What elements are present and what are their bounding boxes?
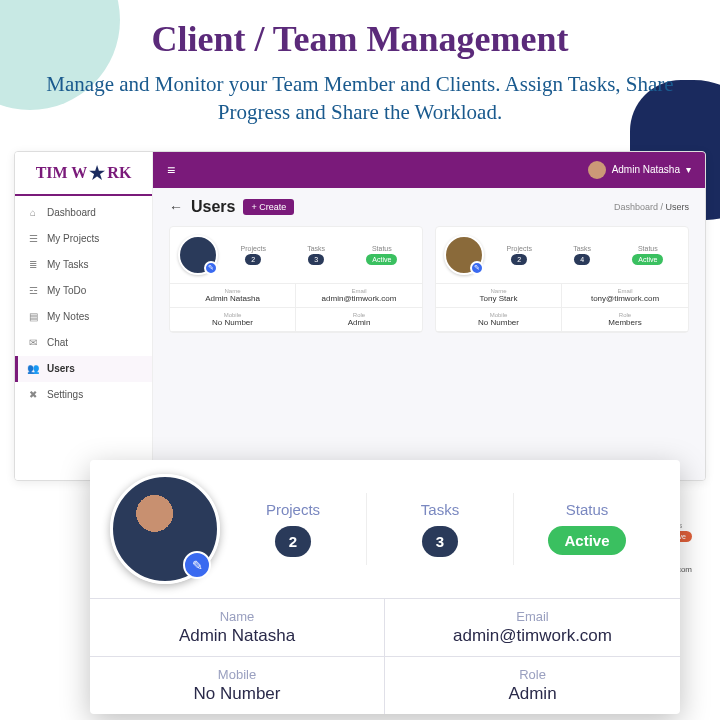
- user-detail-card: ✎ Projects2 Tasks3 StatusActive NameAdmi…: [90, 460, 680, 714]
- edit-icon[interactable]: ✎: [183, 551, 211, 579]
- briefcase-icon: ☰: [27, 233, 39, 245]
- sidebar-item-tasks[interactable]: ≣My Tasks: [15, 252, 152, 278]
- sidebar: TIM W★RK ⌂Dashboard ☰My Projects ≣My Tas…: [15, 152, 153, 480]
- avatar: ✎: [178, 235, 218, 275]
- user-card[interactable]: ✎ Projects2 Tasks3 StatusActive NameAdmi…: [169, 226, 423, 333]
- create-button[interactable]: + Create: [243, 199, 294, 215]
- detail-email: admin@timwork.com: [403, 626, 662, 646]
- page-title: Users: [191, 198, 235, 216]
- settings-icon: ✖: [27, 389, 39, 401]
- status-badge: Active: [366, 254, 397, 265]
- status-badge: Active: [632, 254, 663, 265]
- projects-count: 2: [275, 526, 311, 557]
- sidebar-item-users[interactable]: 👥Users: [15, 356, 152, 382]
- sidebar-item-projects[interactable]: ☰My Projects: [15, 226, 152, 252]
- main-panel: ≡ Admin Natasha ▾ ← Users + Create Dashb…: [153, 152, 705, 480]
- avatar: ✎: [110, 474, 220, 584]
- avatar: ✎: [444, 235, 484, 275]
- hero-subtitle: Manage and Monitor your Team Member and …: [40, 70, 680, 127]
- detail-mobile: No Number: [108, 684, 366, 704]
- edit-icon[interactable]: ✎: [204, 261, 218, 275]
- home-icon: ⌂: [27, 207, 39, 219]
- tasks-count: 3: [422, 526, 458, 557]
- avatar: [588, 161, 606, 179]
- sidebar-item-chat[interactable]: ✉Chat: [15, 330, 152, 356]
- back-icon[interactable]: ←: [169, 199, 183, 215]
- sidebar-item-notes[interactable]: ▤My Notes: [15, 304, 152, 330]
- app-window: TIM W★RK ⌂Dashboard ☰My Projects ≣My Tas…: [14, 151, 706, 481]
- users-icon: 👥: [27, 363, 39, 375]
- detail-role: Admin: [403, 684, 662, 704]
- brand-logo: TIM W★RK: [15, 152, 152, 196]
- tasks-icon: ≣: [27, 259, 39, 271]
- breadcrumb-dashboard[interactable]: Dashboard: [614, 202, 658, 212]
- hero-title: Client / Team Management: [40, 18, 680, 60]
- sidebar-item-todo[interactable]: ☲My ToDo: [15, 278, 152, 304]
- page-header: ← Users + Create Dashboard / Users: [153, 188, 705, 226]
- breadcrumb: Dashboard / Users: [614, 202, 689, 212]
- status-badge: Active: [548, 526, 625, 555]
- topbar: ≡ Admin Natasha ▾: [153, 152, 705, 188]
- detail-name: Admin Natasha: [108, 626, 366, 646]
- user-menu[interactable]: Admin Natasha ▾: [588, 161, 691, 179]
- star-icon: ★: [89, 162, 105, 184]
- sidebar-item-settings[interactable]: ✖Settings: [15, 382, 152, 408]
- note-icon: ▤: [27, 311, 39, 323]
- sidebar-item-dashboard[interactable]: ⌂Dashboard: [15, 200, 152, 226]
- sidebar-nav: ⌂Dashboard ☰My Projects ≣My Tasks ☲My To…: [15, 196, 152, 412]
- edit-icon[interactable]: ✎: [470, 261, 484, 275]
- chat-icon: ✉: [27, 337, 39, 349]
- chevron-down-icon: ▾: [686, 164, 691, 175]
- menu-icon[interactable]: ≡: [167, 162, 175, 178]
- list-icon: ☲: [27, 285, 39, 297]
- user-card[interactable]: ✎ Projects2 Tasks4 StatusActive NameTony…: [435, 226, 689, 333]
